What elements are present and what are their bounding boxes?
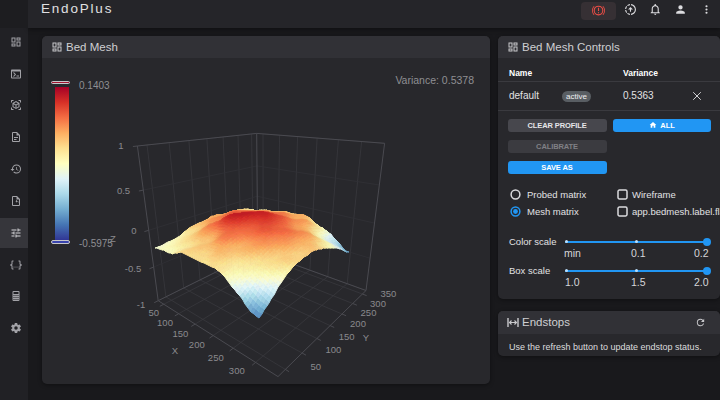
svg-text:1: 1 [118, 140, 123, 151]
svg-text:0: 0 [131, 225, 136, 236]
svg-text:-1: -1 [137, 299, 145, 310]
svg-text:350: 350 [380, 288, 396, 299]
svg-text:Z: Z [110, 233, 116, 244]
svg-text:150: 150 [339, 331, 355, 342]
svg-text:X: X [172, 345, 179, 356]
svg-text:200: 200 [189, 339, 205, 350]
svg-text:-0.5: -0.5 [125, 263, 141, 274]
svg-text:200: 200 [350, 318, 366, 329]
svg-text:300: 300 [229, 365, 245, 376]
svg-text:0.5: 0.5 [117, 185, 130, 196]
svg-text:250: 250 [361, 307, 377, 318]
svg-text:Y: Y [363, 332, 370, 343]
svg-text:50: 50 [310, 361, 321, 372]
svg-text:300: 300 [370, 298, 386, 309]
svg-text:250: 250 [208, 352, 224, 363]
svg-text:100: 100 [325, 344, 341, 355]
svg-text:100: 100 [157, 317, 173, 328]
svg-text:150: 150 [172, 328, 188, 339]
